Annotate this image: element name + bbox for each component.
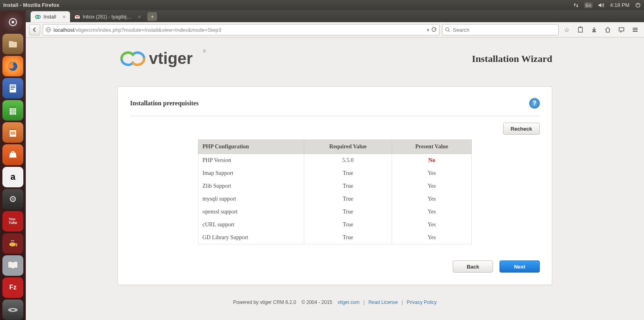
svg-point-24: [446, 28, 449, 31]
address-bar[interactable]: localhost/vtigercrm/index.php?module=Ins…: [43, 24, 440, 35]
next-button[interactable]: Next: [500, 261, 540, 273]
home-icon[interactable]: [602, 24, 613, 35]
volume-icon[interactable]: [598, 2, 605, 8]
launcher-dictionary[interactable]: [2, 255, 23, 276]
address-host: localhost: [54, 27, 74, 33]
launcher-devices[interactable]: [2, 299, 23, 320]
hamburger-menu-icon[interactable]: [630, 24, 641, 35]
downloads-icon[interactable]: [588, 24, 600, 35]
svg-text:vtiger: vtiger: [149, 49, 193, 67]
launcher-settings[interactable]: [2, 189, 23, 209]
footer-copyright: © 2004 - 2015: [301, 299, 332, 305]
clock[interactable]: 4:18 PM: [610, 2, 630, 8]
footer-link-privacy[interactable]: Privacy Policy: [407, 299, 437, 305]
launcher-calc[interactable]: [2, 100, 23, 121]
launcher-impress[interactable]: [2, 122, 23, 143]
launcher-filezilla[interactable]: Fz: [2, 277, 23, 298]
browser-window: Install × Inbox (261) - tyagibij… × + lo…: [26, 10, 644, 320]
addr-reload-icon[interactable]: [431, 27, 437, 33]
footer-powered: Powered by vtiger CRM 6.2.0: [233, 299, 296, 305]
session-icon[interactable]: [635, 2, 641, 8]
cell-present: Yes: [392, 231, 472, 244]
svg-rect-11: [10, 107, 16, 108]
page-footer: Powered by vtiger CRM 6.2.0 © 2004 - 201…: [118, 299, 552, 305]
address-path: /vtigercrm/index.php?module=Install&view…: [74, 27, 221, 33]
cell-present: Yes: [392, 193, 472, 205]
tab-close-icon[interactable]: ×: [62, 14, 66, 20]
launcher-amazon[interactable]: a: [2, 167, 23, 187]
launcher-tea[interactable]: [2, 233, 23, 254]
table-row: PHP Version5.5.0No: [198, 154, 472, 167]
launcher-writer[interactable]: [2, 78, 23, 98]
svg-point-16: [12, 198, 14, 200]
tab-label: Install: [43, 14, 56, 20]
table-header-config: PHP Configuration: [198, 140, 304, 154]
cell-required: True: [304, 167, 392, 180]
unity-launcher: a YouTube Fz: [0, 10, 26, 320]
browser-navbar: localhost/vtigercrm/index.php?module=Ins…: [26, 22, 644, 37]
cell-required: True: [304, 180, 392, 193]
wizard-title: Installation Wizard: [472, 53, 552, 64]
browser-tab-inactive[interactable]: Inbox (261) - tyagibij… ×: [70, 11, 145, 22]
svg-point-2: [12, 21, 14, 23]
table-row: openssl supportTrueYes: [198, 205, 472, 218]
launcher-files[interactable]: [2, 34, 23, 54]
svg-rect-7: [10, 86, 15, 86]
help-icon[interactable]: ?: [529, 98, 540, 109]
svg-rect-9: [10, 89, 14, 90]
launcher-firefox[interactable]: [2, 56, 23, 76]
new-tab-button[interactable]: +: [147, 12, 157, 21]
vtiger-logo: vtiger ®: [118, 45, 210, 73]
svg-text:®: ®: [203, 49, 206, 53]
search-input[interactable]: [453, 27, 556, 33]
chat-icon[interactable]: [616, 24, 627, 35]
vtiger-favicon: [35, 14, 41, 20]
svg-rect-4: [9, 41, 13, 43]
recheck-button[interactable]: Recheck: [503, 123, 540, 135]
tab-close-icon[interactable]: ×: [138, 14, 141, 20]
cell-present: Yes: [392, 167, 472, 180]
cell-required: True: [304, 193, 392, 205]
keyboard-indicator[interactable]: En: [584, 2, 592, 8]
cell-config: mysqli support: [198, 193, 304, 205]
cell-config: cURL support: [198, 218, 304, 231]
cell-config: GD Library Support: [198, 231, 304, 244]
back-button[interactable]: Back: [453, 261, 493, 273]
footer-link-license[interactable]: Read License: [368, 299, 398, 305]
footer-link-site[interactable]: vtiger.com: [338, 299, 360, 305]
network-icon[interactable]: [573, 2, 579, 8]
cell-config: PHP Version: [198, 154, 304, 167]
panel-title: Installation prerequisites: [130, 100, 199, 107]
search-bar[interactable]: [442, 24, 559, 35]
tab-label: Inbox (261) - tyagibij…: [83, 14, 132, 20]
cell-required: True: [304, 218, 392, 231]
svg-rect-13: [10, 129, 16, 130]
cell-config: Imap Support: [198, 167, 304, 180]
globe-icon: [45, 27, 51, 33]
table-header-present: Present Value: [392, 140, 472, 154]
cell-present: Yes: [392, 205, 472, 218]
bookmark-star-icon[interactable]: ☆: [561, 24, 572, 35]
cell-config: openssl support: [198, 205, 304, 218]
launcher-dash[interactable]: [2, 12, 23, 32]
back-button[interactable]: [29, 24, 40, 35]
gmail-favicon: [74, 14, 80, 20]
browser-tab-active[interactable]: Install ×: [31, 11, 70, 22]
table-row: mysqli supportTrueYes: [198, 193, 472, 205]
table-row: Zlib SupportTrueYes: [198, 180, 472, 193]
table-row: GD Library SupportTrueYes: [198, 231, 472, 244]
search-icon: [445, 27, 450, 33]
cell-config: Zlib Support: [198, 180, 304, 193]
svg-rect-25: [578, 27, 582, 32]
cell-required: True: [304, 205, 392, 218]
os-menubar: Install - Mozilla Firefox En 4:18 PM: [0, 0, 644, 10]
launcher-youtube[interactable]: YouTube: [2, 211, 23, 232]
cell-required: True: [304, 231, 392, 244]
prerequisites-panel: Installation prerequisites ? Recheck PHP…: [118, 86, 552, 285]
clipboard-icon[interactable]: [575, 24, 586, 35]
launcher-software-center[interactable]: [2, 144, 23, 165]
svg-point-19: [11, 309, 15, 311]
addr-dropdown-icon[interactable]: ▾: [427, 27, 429, 33]
svg-rect-8: [10, 87, 15, 88]
cell-required: 5.5.0: [304, 154, 392, 167]
